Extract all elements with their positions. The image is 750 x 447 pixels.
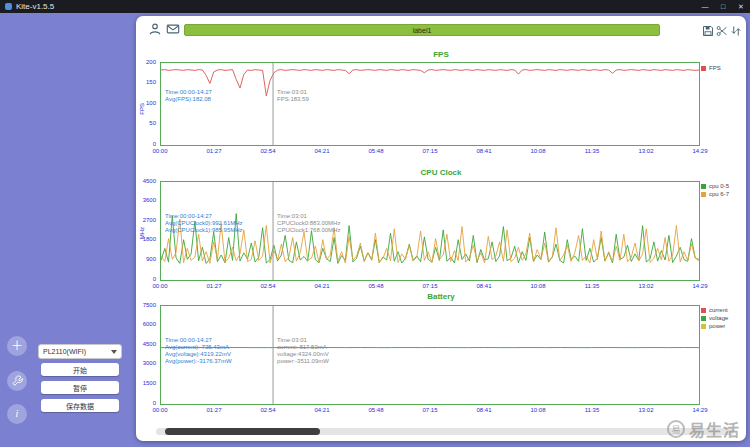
user-icon [148,22,162,39]
range-annotation: Time:00:00-14:27Avg(FPS):182.08 [165,89,212,103]
x-tick: 14:29 [692,148,707,154]
legend-item[interactable]: cpu 6-7 [701,191,743,197]
x-tick: 02:54 [260,407,275,413]
y-tick: 0 [136,276,156,283]
main-panel: label1 FPS FPS 050100150200 Time:00:00-1… [136,16,746,441]
x-axis: 00:0001:2702:5404:2105:4807:1508:4110:08… [160,407,700,415]
x-tick: 10:08 [530,283,545,289]
x-tick: 05:48 [368,407,383,413]
fps-chart: FPS FPS 050100150200 Time:00:00-14:27Avg… [136,50,746,168]
legend-item[interactable]: current [701,307,743,313]
horizontal-scrollbar[interactable] [156,428,734,435]
y-tick: 0 [136,141,156,148]
y-tick: 100 [136,100,156,107]
device-select[interactable]: PL2110(WIFI) [38,344,122,359]
plot-area[interactable]: Time:00:00-14:27Avg(FPS):182.08Time:03:0… [160,62,700,146]
y-axis: 09001800270036004500 [136,181,158,281]
cpu-clock-chart: CPU Clock MHz 09001800270036004500 Time:… [136,168,746,300]
start-button[interactable]: 开始 [41,363,119,376]
save-data-button[interactable]: 保存数据 [41,399,119,412]
watermark: 易 易生活 [667,417,740,441]
x-tick: 00:00 [152,148,167,154]
x-tick: 08:41 [476,283,491,289]
legend-item[interactable]: power [701,323,743,329]
legend-item[interactable]: FPS [701,65,743,71]
save-button[interactable] [702,23,714,35]
x-tick: 07:15 [422,283,437,289]
x-tick: 04:21 [314,148,329,154]
legend: currentvoltagepower [701,307,743,331]
tools-button[interactable] [7,371,27,391]
x-tick: 11:35 [585,407,600,413]
y-tick: 900 [136,256,156,263]
x-tick: 13:02 [638,148,653,154]
pause-button[interactable]: 暂停 [41,381,119,394]
minimize-button[interactable]: — [696,0,714,13]
x-tick: 04:21 [314,283,329,289]
wrench-icon [12,375,23,388]
watermark-logo: 易 [667,420,685,438]
plot-area[interactable]: Time:00:00-14:27Avg(CPUClock0):992.61MHz… [160,181,700,281]
range-annotation: Time:00:00-14:27Avg(current):-735.43mAAv… [165,337,232,365]
x-tick: 08:41 [476,148,491,154]
add-button[interactable]: ＋ [7,336,27,356]
legend-swatch [701,308,706,313]
y-tick: 1800 [136,236,156,243]
legend-label: current [709,307,728,313]
info-button[interactable]: i [7,404,27,424]
user-button[interactable] [148,22,162,36]
mail-icon [166,22,180,39]
close-button[interactable]: ✕ [732,0,750,13]
x-tick: 08:41 [476,407,491,413]
y-axis: 050100150200 [136,62,158,146]
watermark-text: 易生活 [689,417,740,441]
legend-item[interactable]: cpu 0-5 [701,183,743,189]
y-tick: 0 [136,400,156,407]
chart-title: CPU Clock [136,168,746,177]
x-tick: 13:02 [638,283,653,289]
y-tick: 6000 [136,321,156,328]
x-tick: 05:48 [368,148,383,154]
x-tick: 00:00 [152,407,167,413]
y-tick: 2700 [136,217,156,224]
y-tick: 7500 [136,302,156,309]
x-axis: 00:0001:2702:5404:2105:4807:1508:4110:08… [160,148,700,156]
message-button[interactable] [166,22,180,36]
range-annotation: Time:00:00-14:27Avg(CPUClock0):992.61MHz… [165,213,243,234]
legend-item[interactable]: voltage [701,315,743,321]
export-button[interactable] [730,23,742,35]
y-tick: 150 [136,79,156,86]
legend-label: cpu 6-7 [709,191,729,197]
y-tick: 4500 [136,178,156,185]
legend-swatch [701,66,706,71]
cut-button[interactable] [716,23,728,35]
legend-label: voltage [709,315,728,321]
label-input[interactable]: label1 [184,24,660,36]
x-tick: 01:27 [206,407,221,413]
maximize-button[interactable]: □ [714,0,732,13]
y-tick: 3600 [136,197,156,204]
legend: FPS [701,65,743,73]
info-icon: i [16,409,19,419]
legend-label: FPS [709,65,721,71]
chart-title: Battery [136,292,746,301]
plot-area[interactable]: Time:00:00-14:27Avg(current):-735.43mAAv… [160,305,700,405]
floppy-save-icon [702,23,714,40]
y-tick: 50 [136,120,156,127]
cursor-annotation: Time:03:01current:-817.50mAvoltage:4324.… [277,337,329,365]
x-tick: 00:00 [152,283,167,289]
x-tick: 02:54 [260,148,275,154]
legend-swatch [701,324,706,329]
y-axis: 015003000450060007500 [136,305,158,405]
x-tick: 14:29 [692,407,707,413]
chart-title: FPS [136,50,746,59]
label-input-value: label1 [413,27,432,34]
legend-label: power [709,323,725,329]
x-tick: 13:02 [638,407,653,413]
scrollbar-thumb[interactable] [165,428,320,435]
window-title: Kite-v1.5.5 [16,2,54,11]
x-tick: 02:54 [260,283,275,289]
app-icon [5,3,12,10]
cursor-annotation: Time:03:01CPUClock0:883.00MHzCPUClock1:7… [277,213,340,234]
plus-icon: ＋ [11,340,23,352]
